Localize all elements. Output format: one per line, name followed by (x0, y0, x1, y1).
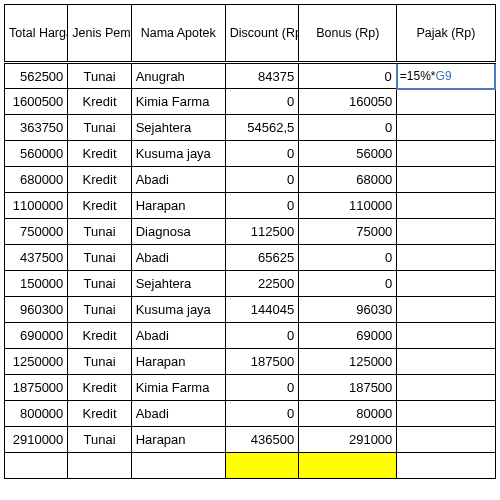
cell-nama[interactable]: Kimia Farma (131, 375, 225, 401)
cell-pajak[interactable] (397, 297, 495, 323)
cell-discount[interactable] (225, 453, 299, 479)
cell-nama[interactable] (131, 453, 225, 479)
cell-pajak[interactable] (397, 271, 495, 297)
cell-discount[interactable]: 436500 (225, 427, 299, 453)
cell-jenis[interactable]: Tunai (68, 349, 131, 375)
cell-pajak[interactable] (397, 167, 495, 193)
cell-bonus[interactable]: 160050 (299, 89, 397, 115)
cell-total[interactable]: 750000 (5, 219, 68, 245)
cell-pajak[interactable] (397, 219, 495, 245)
cell-bonus[interactable]: 56000 (299, 141, 397, 167)
cell-pajak[interactable] (397, 427, 495, 453)
cell-jenis[interactable]: Tunai (68, 245, 131, 271)
cell-pajak[interactable] (397, 375, 495, 401)
header-pajak[interactable]: Pajak (Rp) (397, 5, 495, 63)
cell-pajak[interactable] (397, 245, 495, 271)
cell-discount[interactable]: 0 (225, 193, 299, 219)
cell-total[interactable]: 690000 (5, 323, 68, 349)
cell-total[interactable]: 363750 (5, 115, 68, 141)
cell-jenis[interactable]: Tunai (68, 271, 131, 297)
cell-total[interactable]: 1600500 (5, 89, 68, 115)
cell-discount[interactable]: 0 (225, 141, 299, 167)
cell-total[interactable]: 560000 (5, 141, 68, 167)
cell-pajak[interactable] (397, 401, 495, 427)
header-jenis[interactable]: Jenis Pembaya ran (68, 5, 131, 63)
cell-nama[interactable]: Abadi (131, 167, 225, 193)
cell-discount[interactable]: 0 (225, 375, 299, 401)
cell-jenis[interactable]: Tunai (68, 63, 131, 89)
cell-total[interactable]: 150000 (5, 271, 68, 297)
cell-nama[interactable]: Abadi (131, 401, 225, 427)
cell-total[interactable]: 1250000 (5, 349, 68, 375)
cell-bonus[interactable] (299, 453, 397, 479)
cell-total[interactable]: 680000 (5, 167, 68, 193)
cell-jenis[interactable]: Kredit (68, 167, 131, 193)
cell-nama[interactable]: Kusuma jaya (131, 297, 225, 323)
cell-bonus[interactable]: 0 (299, 245, 397, 271)
cell-discount[interactable]: 22500 (225, 271, 299, 297)
cell-nama[interactable]: Abadi (131, 245, 225, 271)
cell-nama[interactable]: Diagnosa (131, 219, 225, 245)
cell-total[interactable]: 2910000 (5, 427, 68, 453)
cell-pajak[interactable] (397, 323, 495, 349)
cell-jenis[interactable]: Tunai (68, 297, 131, 323)
cell-pajak[interactable] (397, 193, 495, 219)
cell-bonus[interactable]: 125000 (299, 349, 397, 375)
cell-nama[interactable]: Sejahtera (131, 115, 225, 141)
cell-total[interactable]: 1100000 (5, 193, 68, 219)
cell-bonus[interactable]: 187500 (299, 375, 397, 401)
cell-nama[interactable]: Kimia Farma (131, 89, 225, 115)
header-total[interactable]: Total Harga (Rp) (5, 5, 68, 63)
cell-total[interactable]: 437500 (5, 245, 68, 271)
cell-total[interactable]: 960300 (5, 297, 68, 323)
cell-bonus[interactable]: 75000 (299, 219, 397, 245)
cell-bonus[interactable]: 0 (299, 63, 397, 89)
cell-nama[interactable]: Harapan (131, 193, 225, 219)
cell-jenis[interactable]: Kredit (68, 193, 131, 219)
cell-bonus[interactable]: 80000 (299, 401, 397, 427)
cell-bonus[interactable]: 291000 (299, 427, 397, 453)
cell-jenis[interactable]: Kredit (68, 375, 131, 401)
cell-discount[interactable]: 54562,5 (225, 115, 299, 141)
cell-jenis[interactable] (68, 453, 131, 479)
cell-bonus[interactable]: 68000 (299, 167, 397, 193)
cell-pajak[interactable] (397, 89, 495, 115)
cell-jenis[interactable]: Tunai (68, 219, 131, 245)
cell-pajak[interactable]: =15%*G9 (397, 63, 495, 89)
cell-bonus[interactable]: 69000 (299, 323, 397, 349)
cell-total[interactable] (5, 453, 68, 479)
cell-discount[interactable]: 0 (225, 401, 299, 427)
cell-discount[interactable]: 144045 (225, 297, 299, 323)
cell-nama[interactable]: Sejahtera (131, 271, 225, 297)
header-nama[interactable]: Nama Apotek (131, 5, 225, 63)
cell-discount[interactable]: 84375 (225, 63, 299, 89)
spreadsheet-table[interactable]: Total Harga (Rp) Jenis Pembaya ran Nama … (4, 4, 496, 479)
cell-bonus[interactable]: 0 (299, 115, 397, 141)
header-bonus[interactable]: Bonus (Rp) (299, 5, 397, 63)
cell-jenis[interactable]: Kredit (68, 89, 131, 115)
cell-discount[interactable]: 112500 (225, 219, 299, 245)
cell-nama[interactable]: Kusuma jaya (131, 141, 225, 167)
cell-discount[interactable]: 65625 (225, 245, 299, 271)
cell-jenis[interactable]: Kredit (68, 323, 131, 349)
cell-total[interactable]: 562500 (5, 63, 68, 89)
cell-discount[interactable]: 0 (225, 167, 299, 193)
cell-pajak[interactable] (397, 115, 495, 141)
cell-nama[interactable]: Abadi (131, 323, 225, 349)
cell-discount[interactable]: 187500 (225, 349, 299, 375)
cell-pajak[interactable] (397, 141, 495, 167)
cell-total[interactable]: 800000 (5, 401, 68, 427)
cell-discount[interactable]: 0 (225, 89, 299, 115)
cell-total[interactable]: 1875000 (5, 375, 68, 401)
header-discount[interactable]: Discount (Rp) (225, 5, 299, 63)
cell-jenis[interactable]: Tunai (68, 115, 131, 141)
cell-pajak[interactable] (397, 349, 495, 375)
cell-nama[interactable]: Harapan (131, 349, 225, 375)
cell-pajak[interactable] (397, 453, 495, 479)
cell-bonus[interactable]: 0 (299, 271, 397, 297)
cell-jenis[interactable]: Kredit (68, 141, 131, 167)
cell-jenis[interactable]: Kredit (68, 401, 131, 427)
cell-nama[interactable]: Harapan (131, 427, 225, 453)
cell-nama[interactable]: Anugrah (131, 63, 225, 89)
cell-jenis[interactable]: Tunai (68, 427, 131, 453)
